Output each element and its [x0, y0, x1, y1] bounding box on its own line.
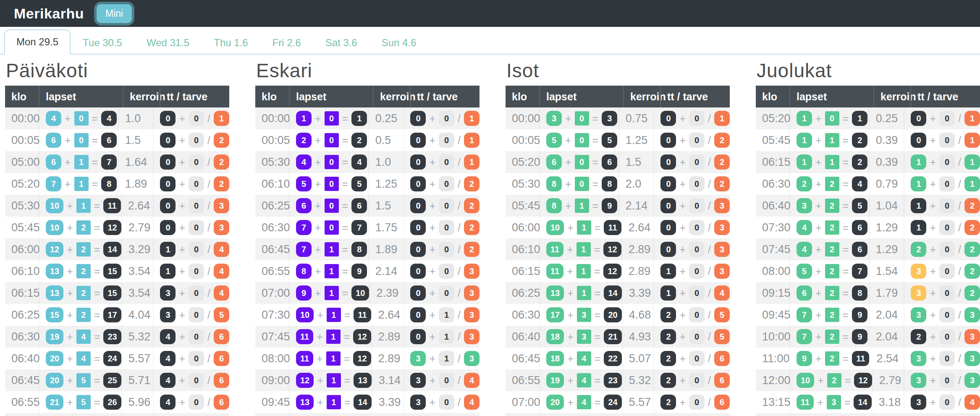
- table-row: 06:1011+1=122.890+0/3: [506, 238, 730, 260]
- kerroin-value: 3.39: [629, 287, 651, 300]
- kerroin-value: 1.75: [375, 221, 398, 234]
- lapset-cell: 5+0=5: [289, 173, 368, 195]
- plus-operator: +: [679, 134, 686, 147]
- kerroin-cell: 5.96: [121, 391, 153, 413]
- lapset-total-badge: 11: [852, 351, 869, 366]
- tt-extra-badge: 0: [939, 351, 955, 366]
- lapset-cell: 13+2=15: [39, 282, 121, 304]
- plus-operator: +: [567, 374, 574, 387]
- plus-operator: +: [67, 243, 73, 256]
- tab-wed-31-5[interactable]: Wed 31.5: [134, 30, 202, 55]
- lapset-cell: 4+2=6: [789, 238, 869, 260]
- kerroin-cell: 1.25: [618, 129, 654, 151]
- tt-badge: 1: [911, 220, 926, 235]
- table-row: 05:3010+1=112.640+0/3: [5, 195, 229, 217]
- lapset-extra-badge: 1: [825, 155, 839, 169]
- table-row: 06:151+1=20.391+0/1: [756, 151, 980, 173]
- time-label: 05:30: [512, 178, 540, 191]
- tt-badge: 3: [911, 307, 926, 322]
- tt-extra-badge: 0: [189, 111, 204, 126]
- mini-button[interactable]: Mini: [97, 4, 132, 23]
- time-label: 06:55: [512, 374, 540, 387]
- time-label: 07:30: [262, 309, 290, 322]
- tt-extra-badge: 0: [689, 264, 705, 279]
- group-title: Eskari: [256, 61, 480, 80]
- tab-tue-30-5[interactable]: Tue 30.5: [71, 30, 134, 55]
- table-row: 06:0010+1=112.640+0/3: [506, 217, 730, 238]
- lapset-extra-badge: 0: [575, 111, 589, 126]
- table-row: 06:105+0=51.250+0/2: [255, 173, 480, 195]
- time-label: 00:05: [11, 134, 40, 147]
- time-cell: 06:30: [506, 304, 539, 326]
- time-label: 05:45: [11, 221, 40, 234]
- lapset-extra-badge: 2: [825, 220, 839, 235]
- tab-sun-4-6[interactable]: Sun 4.6: [369, 30, 429, 55]
- kerroin-value: 0.39: [876, 156, 898, 169]
- tab-fri-2-6[interactable]: Fri 2.6: [260, 30, 313, 55]
- slash-operator: /: [708, 353, 711, 365]
- time-cell: 06:15: [506, 260, 539, 282]
- time-label: 09:45: [762, 309, 791, 322]
- equals-operator: =: [342, 113, 349, 125]
- slash-operator: /: [458, 265, 461, 277]
- lapset-total-badge: 5: [351, 176, 367, 191]
- kerroin-value: 5.71: [128, 374, 151, 387]
- group-title: Päiväkoti: [6, 61, 229, 80]
- time-cell: 00:05: [5, 129, 39, 151]
- time-cell: 07:00: [506, 391, 539, 413]
- slash-operator: /: [708, 265, 711, 277]
- lapset-present-badge: 8: [546, 176, 562, 191]
- tab-mon-29-5[interactable]: Mon 29.5: [4, 29, 71, 55]
- time-cell: 06:55: [5, 391, 39, 413]
- tarve-badge: 6: [714, 373, 730, 388]
- lapset-total-badge: 7: [351, 220, 367, 235]
- tt-tarve-cell: 4+0/6: [153, 326, 229, 348]
- tt-tarve-cell: 4+0/6: [153, 391, 229, 413]
- slash-operator: /: [708, 113, 711, 125]
- tt-tarve-cell: 0+0/1: [904, 129, 980, 151]
- tarve-badge: 6: [714, 395, 730, 410]
- lapset-present-badge: 19: [46, 329, 63, 344]
- plus-operator: +: [179, 374, 185, 387]
- brand-title: Merikarhu: [14, 5, 84, 22]
- equals-operator: =: [94, 353, 100, 365]
- tt-tarve-cell: 1+0/3: [653, 260, 730, 282]
- col-header-klo: klo: [506, 86, 539, 107]
- kerroin-cell: 5.57: [121, 348, 153, 369]
- lapset-present-badge: 11: [296, 329, 313, 344]
- lapset-present-badge: 5: [296, 176, 312, 191]
- time-label: 00:00: [262, 112, 290, 125]
- tt-extra-badge: 0: [689, 220, 705, 235]
- lapset-total-badge: 8: [101, 176, 117, 191]
- tt-extra-badge: 0: [689, 307, 705, 322]
- slash-operator: /: [207, 222, 210, 234]
- tab-thu-1-6[interactable]: Thu 1.6: [202, 30, 260, 55]
- tt-extra-badge: 0: [189, 307, 204, 322]
- time-cell: 08:00: [255, 348, 289, 369]
- equals-operator: =: [344, 396, 351, 408]
- kerroin-value: 0.75: [626, 112, 648, 125]
- plus-operator: +: [179, 243, 185, 256]
- plus-operator: +: [567, 309, 574, 321]
- kerroin-cell: 2.14: [618, 195, 654, 217]
- lapset-total-badge: 20: [604, 307, 621, 322]
- tt-badge: 0: [160, 198, 176, 213]
- lapset-extra-badge: 2: [825, 286, 839, 300]
- tt-badge: 3: [410, 395, 426, 410]
- lapset-cell: 11+1=12: [289, 326, 371, 348]
- table-row: 05:006+1=71.640+0/2: [5, 151, 229, 173]
- lapset-total-badge: 23: [604, 373, 621, 388]
- slash-operator: /: [458, 287, 461, 299]
- tt-badge: 0: [410, 133, 426, 148]
- tab-sat-3-6[interactable]: Sat 3.6: [313, 30, 369, 55]
- plus-operator: +: [818, 374, 824, 387]
- tt-extra-badge: 0: [939, 329, 955, 344]
- time-label: 06:15: [512, 265, 540, 278]
- equals-operator: =: [92, 134, 98, 147]
- table-row: 06:4020+4=245.574+0/6: [5, 348, 229, 369]
- kerroin-value: 5.32: [128, 330, 151, 343]
- equals-operator: =: [94, 374, 100, 387]
- tt-badge: 0: [660, 220, 676, 235]
- tt-badge: 1: [911, 154, 926, 170]
- equals-operator: =: [595, 331, 601, 343]
